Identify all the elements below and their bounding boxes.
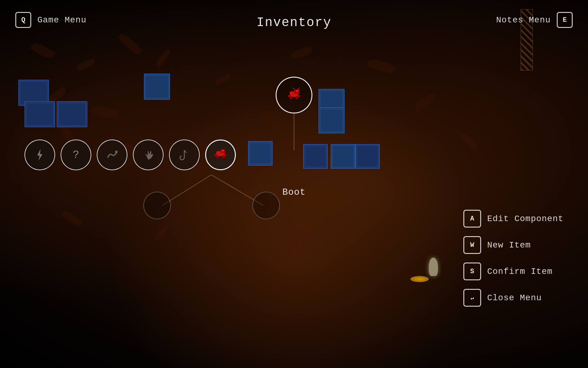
slot-5[interactable]	[169, 140, 200, 170]
svg-point-10	[115, 151, 118, 153]
inventory-title: Inventory	[257, 15, 332, 30]
slot-2[interactable]: ?	[61, 140, 91, 170]
w-key[interactable]: W	[463, 236, 481, 254]
confirm-item-label: Confirm Item	[487, 267, 553, 276]
control-confirm-item[interactable]: S Confirm Item	[463, 263, 564, 280]
controls-panel: A Edit Component W New Item S Confirm It…	[463, 210, 564, 307]
svg-rect-2	[296, 90, 298, 91]
control-new-item[interactable]: W New Item	[463, 236, 564, 254]
sub-slot-left[interactable]	[143, 192, 171, 219]
nav-right: Notes Menu E	[496, 12, 573, 28]
svg-line-8	[298, 88, 300, 90]
hook-icon	[178, 148, 191, 162]
claw-icon	[141, 148, 155, 162]
e-key-badge[interactable]: E	[557, 12, 573, 28]
slot-4[interactable]	[133, 140, 164, 170]
lightning-icon	[33, 148, 47, 162]
center-creature-icon	[285, 88, 303, 102]
connector-top-to-mid	[294, 113, 294, 150]
notes-menu-label[interactable]: Notes Menu	[496, 15, 551, 25]
slot-1[interactable]	[24, 140, 55, 170]
center-item-circle[interactable]	[276, 77, 312, 113]
svg-rect-14	[222, 150, 224, 151]
a-key[interactable]: A	[463, 210, 481, 228]
q-key-badge[interactable]: Q	[15, 12, 31, 28]
sub-slot-right[interactable]	[252, 192, 280, 219]
control-close-menu[interactable]: ↵ Close Menu	[463, 289, 564, 307]
enter-key[interactable]: ↵	[463, 289, 481, 307]
slot-creature-icon	[213, 148, 228, 162]
game-menu-label[interactable]: Game Menu	[37, 15, 86, 25]
slot-3[interactable]	[97, 140, 127, 170]
svg-rect-17	[216, 155, 219, 159]
top-nav: Q Game Menu Inventory Notes Menu E	[0, 0, 588, 40]
s-key[interactable]: S	[463, 263, 481, 280]
slot-6-active[interactable]	[205, 140, 236, 170]
edit-component-label: Edit Component	[487, 214, 564, 224]
nav-left: Q Game Menu	[15, 12, 86, 28]
close-menu-label: Close Menu	[487, 293, 542, 303]
worm-icon	[105, 148, 119, 162]
control-edit-component[interactable]: A Edit Component	[463, 210, 564, 228]
svg-marker-9	[37, 149, 42, 160]
item-name-label: Boot	[282, 187, 306, 197]
svg-rect-18	[222, 155, 225, 159]
svg-line-7	[293, 88, 295, 90]
question-icon: ?	[73, 149, 79, 161]
new-item-label: New Item	[487, 240, 531, 250]
slots-row: ?	[24, 140, 236, 170]
svg-rect-5	[290, 96, 292, 99]
svg-rect-6	[296, 96, 298, 99]
